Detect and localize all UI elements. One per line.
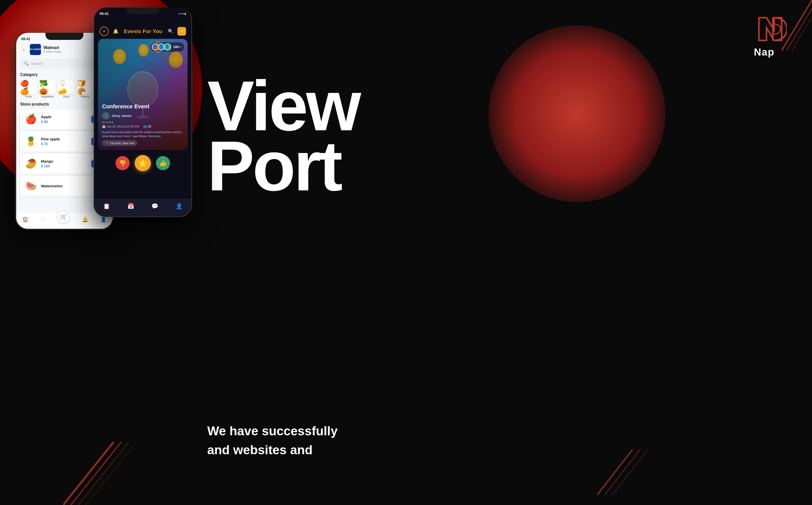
nav-calendar-tab[interactable]: 📅 (127, 203, 134, 209)
see-more-button[interactable]: See more (148, 135, 161, 138)
event-info-overlay: Conference Event 👤 Jinny James ★★★★★ 📅 J… (98, 99, 188, 150)
event-host-row: 👤 Jinny James (102, 112, 184, 120)
category-dairy-label: Dairy (63, 95, 70, 98)
nav-profile-events[interactable]: 👤 (176, 203, 183, 209)
filter-button-events[interactable]: ≡ (178, 27, 186, 36)
events-header-right: 🔍 ≡ (166, 27, 186, 36)
event-description: A good event description tells the reade… (102, 130, 184, 138)
brand-logo (754, 13, 787, 45)
like-button[interactable]: 👍 (156, 156, 170, 170)
product-pineapple-price: $ 70 (41, 142, 89, 146)
location-icon-event: 📍 (105, 141, 109, 145)
events-title: Events For You (124, 28, 162, 34)
people-icon-event: 👥 (143, 125, 147, 128)
phone-events-screen: 09:41 ▪▪▪ ▾ ▮ + 🔔 Events For You 🔍 ≡ (95, 8, 191, 216)
phone-events: 09:41 ▪▪▪ ▾ ▮ + 🔔 Events For You 🔍 ≡ (94, 8, 192, 217)
category-fruits-label: Fruits (25, 95, 32, 98)
bg-circle-right (488, 25, 666, 202)
signal-icon-events: ▪▪▪ (179, 12, 181, 15)
category-bakery-label: Bakery (81, 95, 90, 98)
store-info: Walmart 2 miles Away (43, 45, 97, 53)
calendar-icon-event: 📅 (102, 125, 106, 128)
battery-icon-events: ▮ (185, 12, 186, 15)
category-dairy-img: 🥛🧀 (58, 80, 75, 94)
sub-text-line1: We have successfully (207, 422, 338, 441)
bottom-nav-events: 📋 📅 💬 👤 (95, 198, 191, 216)
event-attendees: 👥 58 (143, 125, 151, 128)
event-card[interactable]: 👤 👤 👤 106+ › Conference Event 👤 Jinny Ja… (98, 39, 188, 150)
nav-profile-grocery[interactable]: 👤 (100, 216, 107, 222)
product-pineapple-info: Pine apple $ 70 (38, 137, 91, 146)
product-pineapple-img: 🍍 (23, 134, 38, 149)
svg-line-6 (86, 442, 136, 505)
category-bakery[interactable]: 🍞🥐 Bakery (77, 80, 94, 98)
search-placeholder-grocery: Search (31, 61, 43, 66)
status-time-events: 09:41 (100, 12, 109, 16)
svg-line-9 (612, 450, 648, 495)
svg-line-5 (78, 442, 129, 505)
svg-line-7 (597, 450, 632, 495)
nav-home-grocery[interactable]: 🏠 (22, 216, 28, 222)
category-fruits[interactable]: 🍎🍊 Fruits (20, 80, 37, 98)
svg-line-3 (63, 442, 114, 505)
events-header: + 🔔 Events For You 🔍 ≡ (95, 17, 191, 39)
store-name: Walmart (43, 45, 97, 50)
category-dairy[interactable]: 🥛🧀 Dairy (58, 80, 75, 98)
product-mango-price: $ 180 (41, 164, 89, 168)
attendee-count: 106+ › (173, 45, 182, 49)
phone-grocery-notch (45, 33, 83, 40)
attendee-strip: 👤 👤 👤 106+ › (151, 42, 184, 51)
nav-favorites-grocery[interactable]: ♡ (41, 216, 45, 222)
rating-strip: 👎 ⭐ 👍 (95, 150, 191, 174)
nav-messages-tab[interactable]: 💬 (151, 203, 158, 209)
product-apple-name: Apple (41, 115, 89, 119)
deco-lines-bottom-right (597, 450, 648, 495)
deco-lines-bottom-left (63, 442, 152, 505)
phone-events-notch (126, 8, 159, 14)
host-name: Jinny James (112, 114, 131, 118)
status-icons-events: ▪▪▪ ▾ ▮ (179, 12, 186, 15)
category-title: Category (20, 72, 38, 77)
star-button[interactable]: ⭐ (135, 155, 151, 171)
nav-notifications-grocery[interactable]: 🔔 (82, 216, 88, 222)
product-apple-price: $ 80 (41, 120, 89, 124)
product-apple-info: Apple $ 80 (38, 115, 91, 124)
phone-events-shell: 09:41 ▪▪▪ ▾ ▮ + 🔔 Events For You 🔍 ≡ (94, 8, 192, 217)
category-vegetables-img: 🥦🎃 (39, 80, 55, 94)
nav-cart-grocery[interactable]: 🛒 (57, 211, 70, 223)
product-mango-img: 🥭 (23, 156, 38, 171)
event-name: Conference Event (102, 103, 184, 110)
product-mango-name: Mango (41, 159, 89, 163)
notifications-button-events[interactable]: 🔔 (112, 27, 120, 35)
store-distance: 2 miles Away (43, 50, 97, 53)
search-button-events[interactable]: 🔍 (166, 27, 175, 36)
main-headline: View Port (207, 76, 359, 196)
product-apple-img: 🍎 (23, 112, 38, 127)
attendee-avatar-3: 👤 (164, 43, 171, 50)
event-date: 📅 July 20, 2023 at 07:00 PM (102, 125, 139, 128)
event-location: 📍 City Park, New York (102, 140, 137, 146)
product-mango-info: Mango $ 180 (38, 159, 91, 168)
product-pineapple-name: Pine apple (41, 137, 89, 141)
port-text: Port (207, 136, 359, 196)
status-time-grocery: 09:41 (21, 37, 30, 41)
dislike-button[interactable]: 👎 (115, 156, 130, 170)
events-header-left: + 🔔 (100, 27, 120, 36)
sub-text: We have successfully and websites and (207, 422, 338, 460)
wifi-icon-events: ▾ (182, 12, 184, 15)
product-watermelon-img: 🍉 (23, 178, 38, 193)
nav-events-tab[interactable]: 📋 (103, 203, 110, 209)
store-logo: WAL★MART (30, 44, 41, 55)
sub-text-line2: and websites and (207, 441, 338, 460)
svg-line-4 (71, 442, 121, 505)
category-vegetables[interactable]: 🥦🎃 Vegitables (39, 80, 55, 98)
event-stars: ★★★★★ (102, 121, 184, 124)
host-avatar: 👤 (102, 112, 110, 120)
add-event-button[interactable]: + (100, 27, 109, 36)
back-button[interactable]: ‹ (20, 46, 27, 53)
category-bakery-img: 🍞🥐 (77, 80, 94, 94)
search-icon-grocery: 🔍 (24, 61, 29, 66)
category-fruits-img: 🍎🍊 (20, 80, 37, 94)
svg-line-8 (605, 450, 640, 495)
brand-name: Nap (754, 46, 787, 58)
